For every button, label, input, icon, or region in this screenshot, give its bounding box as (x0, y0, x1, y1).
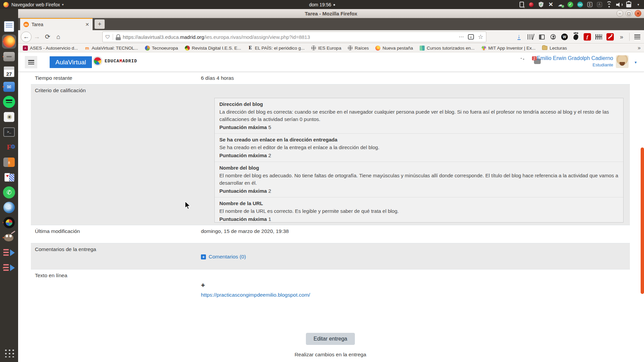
fence-extension-icon[interactable] (594, 32, 603, 42)
dock-transfer-tool[interactable] (2, 246, 16, 259)
check-circle-icon[interactable]: ✓ (567, 2, 573, 8)
reload-button[interactable]: ⟳ (42, 32, 53, 42)
user-menu[interactable]: Emilio Erwin Gradolph Cadierno Estudiant… (537, 55, 613, 67)
library-icon[interactable] (526, 32, 535, 42)
forward-button[interactable]: → (32, 32, 42, 42)
dock-archive-manager[interactable] (2, 50, 16, 63)
terminal-icon: >_ (3, 127, 15, 137)
bookmark-star-icon[interactable]: ☆ (478, 33, 483, 41)
url-text: https://aulavirtual3.educa.madrid.org/ie… (123, 34, 459, 40)
battery-icon[interactable] (626, 2, 632, 8)
overflow-chevrons-icon[interactable]: » (617, 32, 626, 42)
dock-whatsapp[interactable]: ✆ (2, 186, 16, 199)
bookmark-raices[interactable]: Raíces (348, 46, 369, 51)
row-label: Criterio de calificación (31, 84, 201, 225)
caret-down-icon[interactable]: ▾ (635, 2, 641, 8)
cloud-sync-icon[interactable]: ☁✓ (557, 2, 564, 8)
dock-solitaire[interactable]: ♥ (2, 171, 16, 184)
bookmark-elpais[interactable]: EEL PAÍS: el periódico g... (248, 46, 305, 51)
window-titlebar[interactable]: Tarea - Mozilla Firefox – ▢ ✕ (18, 9, 644, 18)
user-name[interactable]: Emilio Erwin Gradolph Cadierno (537, 55, 613, 61)
maximize-button[interactable]: ▢ (626, 10, 632, 17)
mail-icon: ✉ (3, 82, 15, 92)
toolbar-right-icons: ↓ W f » (514, 32, 642, 42)
menu-hamburger-icon[interactable] (633, 32, 642, 42)
bookmark-cursos-tutorizados[interactable]: Cursos tutorizados en... (420, 46, 475, 51)
keyboard-layout-1-icon[interactable]: 1 (587, 2, 593, 8)
gimp-icon (3, 233, 15, 243)
comments-toggle-link[interactable]: + Comentarios (0) (201, 254, 630, 260)
url-bar[interactable]: 🛡 https://aulavirtual3.educa.madrid.org/… (102, 32, 486, 42)
volume-icon[interactable] (616, 2, 622, 8)
dock-calendar[interactable]: 27 (2, 65, 16, 78)
cross-icon[interactable]: ✕ (548, 2, 554, 8)
tracking-shield-icon[interactable]: 🛡 (105, 34, 110, 40)
sidebar-icon[interactable] (537, 32, 546, 42)
minimize-button[interactable]: – (616, 10, 623, 17)
aulavirtual-brand[interactable]: AulaVirtual (50, 56, 92, 68)
expand-plus-icon[interactable]: + (201, 254, 206, 259)
edit-submission-button[interactable]: Editar entrega (306, 333, 355, 345)
dock-freecad[interactable]: F (2, 140, 16, 154)
submission-url-link[interactable]: https://practicascongimpdeemilio.blogspo… (201, 292, 630, 298)
elpais-icon: E (248, 46, 253, 51)
dock-mail[interactable]: ✉ (2, 80, 16, 94)
dock-transfer-tool-2[interactable] (2, 261, 16, 275)
tab-tarea[interactable]: m Tarea ✕ (20, 18, 93, 30)
bookmarks-overflow-icon[interactable]: » (638, 45, 641, 51)
home-button[interactable]: ⌂ (53, 32, 64, 42)
dock-text-editor[interactable] (2, 20, 16, 33)
teal-badge-icon[interactable]: OO (577, 2, 583, 8)
collapse-plus-icon[interactable]: + (201, 281, 630, 289)
criterion-description: El nombre de la URL es correcto. Es legi… (219, 207, 619, 215)
dock-firefox[interactable] (2, 35, 16, 48)
notifications-bell-icon[interactable] (521, 58, 528, 65)
shield-check-icon[interactable]: ✓ (538, 2, 544, 8)
dock-photo-app[interactable]: S (2, 201, 16, 214)
max-score-label: Puntuación máxima (219, 124, 267, 130)
table-row-tiempo-restante: Tiempo restante 6 días 4 horas (31, 72, 630, 84)
dock-gimp[interactable] (2, 231, 16, 244)
wand-extension-icon[interactable] (605, 32, 615, 42)
dock-converter[interactable]: ± (2, 156, 16, 169)
divider (113, 34, 113, 40)
wifi-icon[interactable] (606, 2, 612, 8)
bookmark-nueva-pestana[interactable]: Nueva pestaña (375, 46, 413, 51)
moodle-navbar: AulaVirtual EDUCAMADRID 2 Emilio Erwin G… (18, 53, 644, 72)
running-dot-icon (3, 41, 4, 42)
dock-camera-lens-app[interactable] (2, 216, 16, 229)
page-actions-icon[interactable]: ⋯ (459, 34, 464, 40)
avatar[interactable] (616, 55, 629, 68)
sidebar-toggle-button[interactable] (25, 56, 37, 68)
dock-spotify[interactable] (2, 95, 16, 109)
bookmark-mit-app-inventor[interactable]: MIT App Inventor | Ex... (481, 46, 536, 51)
bookmark-aulavirtual[interactable]: mAulaVirtual: TECNOL... (85, 46, 138, 51)
display-input-icon[interactable] (519, 2, 525, 8)
bookmark-ies-europa[interactable]: IES Europa (311, 46, 341, 51)
bookmark-ases[interactable]: AASES - Autoservicio d... (23, 46, 78, 51)
tab-close-icon[interactable]: ✕ (85, 22, 89, 27)
pocket-icon[interactable]: ∨ (468, 34, 474, 40)
dock-media-player[interactable] (2, 110, 16, 124)
new-tab-button[interactable]: + (95, 19, 105, 29)
back-button[interactable]: ← (21, 32, 32, 42)
bookmark-folder-lecturas[interactable]: Lecturas (542, 46, 567, 51)
account-icon[interactable] (548, 32, 558, 42)
scrollbar-thumb[interactable] (641, 147, 644, 294)
keyboard-layout-a-icon[interactable]: A (596, 2, 602, 8)
bookmarks-toolbar: AASES - Autoservicio d... mAulaVirtual: … (18, 44, 644, 52)
gnome-foot-icon[interactable] (571, 32, 581, 42)
wayback-machine-icon[interactable]: W (560, 32, 569, 42)
flash-plugin-icon[interactable]: f (583, 32, 592, 42)
lock-icon[interactable] (116, 34, 120, 37)
recording-indicator-icon[interactable] (528, 2, 534, 8)
bookmark-revista-digital[interactable]: Revista Digital I.E.S. E... (185, 46, 241, 51)
dock-terminal[interactable]: >_ (2, 125, 16, 139)
downloads-icon[interactable]: ↓ (514, 32, 524, 42)
educamadrid-logo[interactable]: EDUCAMADRID (93, 57, 137, 65)
user-caret-icon[interactable]: ▾ (635, 60, 637, 65)
bookmark-tecnoeuropa[interactable]: Tecnoeuropa (145, 46, 178, 51)
show-applications-icon[interactable] (4, 349, 14, 357)
criterion-item: Nombre de la URL El nombre de la URL es … (215, 197, 623, 225)
close-button[interactable]: ✕ (635, 10, 641, 17)
